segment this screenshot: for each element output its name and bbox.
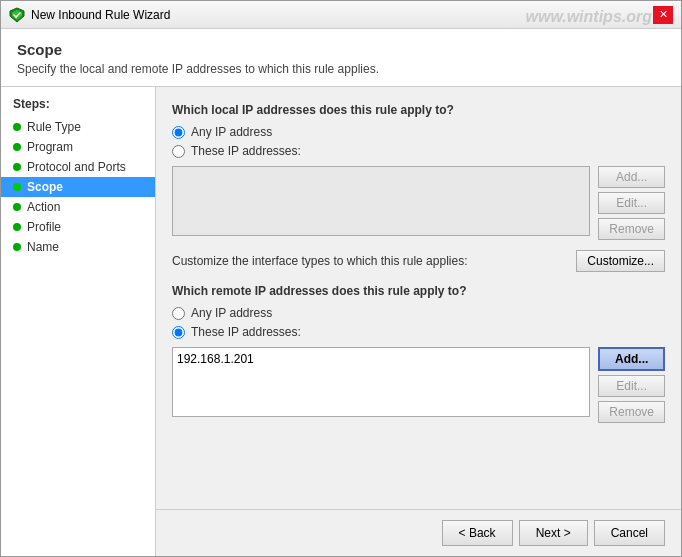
sidebar-item-label: Action [27,200,60,214]
main-layout: Scope Specify the local and remote IP ad… [1,29,681,556]
step-dot [13,203,21,211]
customize-text: Customize the interface types to which t… [172,254,467,268]
sidebar-item-rule-type[interactable]: Rule Type [1,117,155,137]
cancel-button[interactable]: Cancel [594,520,665,546]
sidebar-item-scope[interactable]: Scope [1,177,155,197]
sidebar-item-label: Profile [27,220,61,234]
main-body: Which local IP addresses does this rule … [156,87,681,509]
window: New Inbound Rule Wizard www.wintips.org … [0,0,682,557]
remote-ip-box-row: Add... Edit... Remove [172,347,665,423]
page-subtitle: Specify the local and remote IP addresse… [17,62,665,76]
local-edit-button[interactable]: Edit... [598,192,665,214]
local-side-buttons: Add... Edit... Remove [598,166,665,240]
sidebar-item-label: Protocol and Ports [27,160,126,174]
sidebar-item-protocol-ports[interactable]: Protocol and Ports [1,157,155,177]
remote-any-radio[interactable] [172,307,185,320]
local-remove-button[interactable]: Remove [598,218,665,240]
main-panel: Which local IP addresses does this rule … [156,87,681,556]
sidebar-item-program[interactable]: Program [1,137,155,157]
remote-side-buttons: Add... Edit... Remove [598,347,665,423]
close-button[interactable]: ✕ [653,6,673,24]
title-bar-left: New Inbound Rule Wizard [9,7,170,23]
sidebar-item-label: Program [27,140,73,154]
step-dot [13,243,21,251]
local-ip-box-row: Add... Edit... Remove [172,166,665,240]
local-any-radio[interactable] [172,126,185,139]
remote-remove-button[interactable]: Remove [598,401,665,423]
local-any-label: Any IP address [191,125,272,139]
customize-row: Customize the interface types to which t… [172,250,665,272]
remote-any-radio-item: Any IP address [172,306,665,320]
title-bar: New Inbound Rule Wizard www.wintips.org … [1,1,681,29]
remote-edit-button[interactable]: Edit... [598,375,665,397]
step-dot [13,223,21,231]
remote-ip-textarea[interactable] [172,347,590,417]
sidebar-item-profile[interactable]: Profile [1,217,155,237]
remote-radio-group: Any IP address These IP addresses: [172,306,665,339]
local-any-radio-item: Any IP address [172,125,665,139]
local-section-title: Which local IP addresses does this rule … [172,103,665,117]
step-dot [13,123,21,131]
sidebar-item-label: Rule Type [27,120,81,134]
remote-these-label: These IP addresses: [191,325,301,339]
steps-label: Steps: [1,97,155,117]
back-button[interactable]: < Back [442,520,513,546]
local-radio-group: Any IP address These IP addresses: [172,125,665,158]
local-these-radio-item: These IP addresses: [172,144,665,158]
window-icon [9,7,25,23]
remote-these-radio[interactable] [172,326,185,339]
page-title: Scope [17,41,665,58]
sidebar-item-name[interactable]: Name [1,237,155,257]
remote-any-label: Any IP address [191,306,272,320]
customize-button[interactable]: Customize... [576,250,665,272]
sidebar-item-label: Scope [27,180,63,194]
step-dot [13,143,21,151]
local-add-button[interactable]: Add... [598,166,665,188]
local-these-radio[interactable] [172,145,185,158]
local-these-label: These IP addresses: [191,144,301,158]
window-title: New Inbound Rule Wizard [31,8,170,22]
footer: < Back Next > Cancel [156,509,681,556]
remote-add-button[interactable]: Add... [598,347,665,371]
watermark: www.wintips.org [525,8,652,26]
page-header: Scope Specify the local and remote IP ad… [1,29,681,87]
sidebar-item-label: Name [27,240,59,254]
sidebar: Steps: Rule Type Program Protocol and Po… [1,87,156,556]
step-dot [13,183,21,191]
content-area: Steps: Rule Type Program Protocol and Po… [1,87,681,556]
remote-section-title: Which remote IP addresses does this rule… [172,284,665,298]
sidebar-item-action[interactable]: Action [1,197,155,217]
next-button[interactable]: Next > [519,520,588,546]
local-ip-textarea[interactable] [172,166,590,236]
step-dot [13,163,21,171]
remote-these-radio-item: These IP addresses: [172,325,665,339]
